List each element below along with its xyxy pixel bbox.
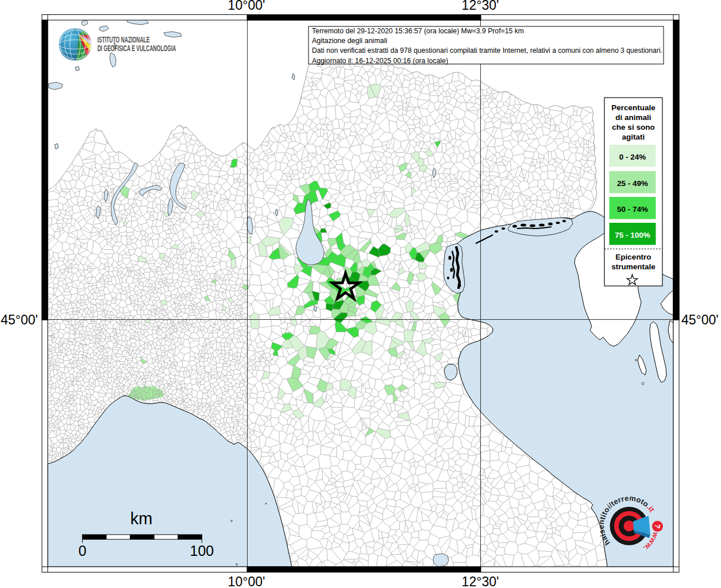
svg-text:km: km — [130, 509, 153, 528]
svg-text:strumentale: strumentale — [611, 262, 656, 271]
svg-text:Percentuale: Percentuale — [611, 103, 656, 112]
svg-text:0 - 24%: 0 - 24% — [619, 153, 646, 161]
svg-text:ISTITUTO NAZIONALE: ISTITUTO NAZIONALE — [97, 36, 149, 44]
svg-text:10°00': 10°00' — [228, 574, 265, 588]
svg-text:45°00': 45°00' — [681, 312, 719, 327]
svg-text:Epicentro: Epicentro — [615, 253, 651, 261]
svg-text:Terremoto del 29-12-2020 15:36: Terremoto del 29-12-2020 15:36:57 (ora l… — [312, 27, 524, 35]
svg-text:100: 100 — [190, 543, 214, 559]
svg-text:12°30': 12°30' — [462, 574, 499, 588]
svg-text:Agitazione degli animali: Agitazione degli animali — [312, 37, 387, 45]
svg-text:50 - 74%: 50 - 74% — [617, 205, 648, 214]
svg-text:DI GEOFISICA E VULCANOLOGIA: DI GEOFISICA E VULCANOLOGIA — [97, 44, 176, 52]
svg-text:0: 0 — [78, 543, 86, 559]
svg-text:di animali: di animali — [615, 113, 651, 122]
svg-text:45°00': 45°00' — [1, 312, 38, 327]
svg-text:che si sono: che si sono — [612, 123, 654, 131]
svg-text:10°00': 10°00' — [228, 0, 265, 13]
svg-text:agitati: agitati — [622, 133, 645, 141]
svg-text:Dati non verificati estratti d: Dati non verificati estratti da 978 ques… — [312, 47, 662, 55]
svg-text:12°30': 12°30' — [462, 0, 499, 13]
svg-text:Aggiornato il: 16-12-2025 00:1: Aggiornato il: 16-12-2025 00:16 (ora loc… — [312, 57, 448, 65]
svg-text:75 - 100%: 75 - 100% — [615, 231, 650, 239]
svg-text:25 - 49%: 25 - 49% — [617, 179, 648, 188]
